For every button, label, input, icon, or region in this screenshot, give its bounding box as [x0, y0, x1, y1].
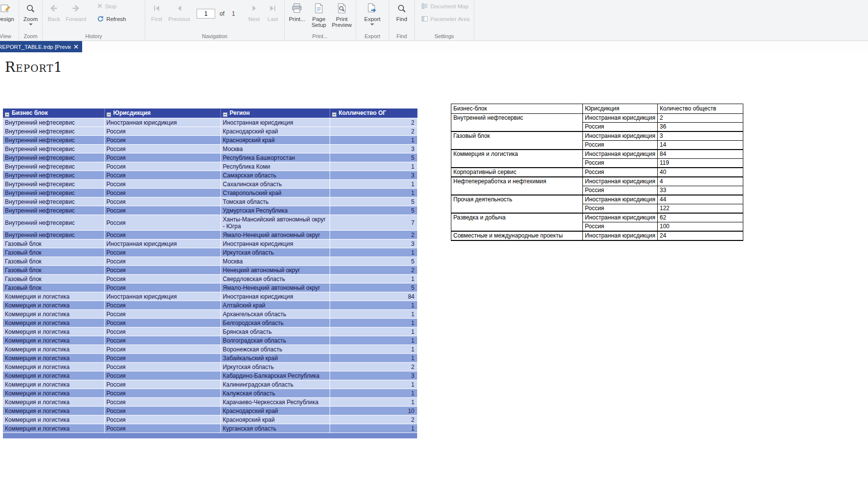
export-button[interactable]: Export: [362, 1, 383, 25]
table-row: Коммерция и логистикаРоссияКалининградск…: [3, 380, 417, 389]
table-row: Коммерция и логистикаИностранная юрисдик…: [451, 150, 743, 159]
page-navigation-box: of 1: [197, 9, 235, 19]
cell-region: Иностранная юрисдикция: [221, 239, 330, 248]
cell-jurisdiction: Россия: [104, 424, 221, 433]
back-button[interactable]: Back: [45, 1, 63, 22]
cell-business-block: Внутренний нефтесервис: [3, 136, 104, 145]
print-preview-button[interactable]: Print Preview: [330, 1, 354, 28]
previous-page-button[interactable]: Previous: [166, 1, 193, 22]
table-header-row: Бизнес-блок Юрисдикция Количество общест…: [451, 104, 743, 114]
cell-business-block: Коммерция и логистика: [3, 354, 104, 363]
first-page-button[interactable]: First: [147, 1, 166, 22]
cell-count: 1: [330, 162, 417, 171]
first-page-icon: [153, 2, 160, 15]
stop-button[interactable]: Stop: [95, 1, 128, 11]
table-row: Коммерция и логистикаРоссияКурганская об…: [3, 424, 417, 433]
cell-jurisdiction: Россия: [583, 222, 658, 232]
collapse-icon[interactable]: [223, 112, 227, 117]
cell-count: 24: [658, 231, 743, 240]
design-button[interactable]: Design: [0, 1, 17, 22]
report-preview-area[interactable]: Report1 Бизнес блок Юрисдикция Регион Ко…: [0, 52, 868, 477]
left-report-table: Бизнес блок Юрисдикция Регион Колличеств…: [3, 108, 418, 439]
cell-business-block: Коммерция и логистика: [3, 407, 104, 415]
cell-region: Республика Коми: [221, 162, 330, 171]
column-header-label: Юрисдикция: [113, 109, 151, 116]
forward-label: Forward: [66, 16, 86, 22]
last-page-button[interactable]: Last: [264, 1, 282, 22]
cell-region: Краснодарский край: [221, 127, 330, 136]
cell-business-block: Коммерция и логистика: [3, 415, 104, 424]
group-label-print: Print...: [287, 33, 354, 41]
page-setup-button[interactable]: Page Setup: [308, 1, 330, 28]
table-row: Газовый блокРоссияМосква5: [3, 257, 417, 266]
table-row: Газовый блокИностранная юрисдикция3: [451, 131, 743, 141]
collapse-icon[interactable]: [5, 112, 9, 117]
tab-report-preview[interactable]: REPORT_TABLE.trdp [Preview]: [0, 41, 82, 52]
table-row: Внутренний нефтесервисРоссияХанты-Мансий…: [3, 215, 417, 231]
cell-count: 1: [330, 354, 417, 363]
cell-jurisdiction: Россия: [104, 327, 221, 336]
cell-business-block: Прочая деятельность: [451, 195, 583, 213]
parameter-area-button[interactable]: Parameter Area: [420, 14, 472, 24]
cell-count: 1: [330, 310, 417, 319]
forward-button[interactable]: Forward: [63, 1, 89, 22]
cell-region: Белгородская область: [221, 319, 330, 327]
group-label-settings: Settings: [417, 33, 472, 41]
collapse-icon[interactable]: [332, 112, 336, 117]
zoom-button[interactable]: Zoom: [21, 1, 40, 25]
cell-count: 2: [330, 266, 417, 275]
design-label: Design: [0, 16, 14, 22]
column-header-label: Бизнес блок: [12, 109, 48, 116]
table-row: Коммерция и логистикаРоссияИркутская обл…: [3, 363, 417, 371]
cell-count: 2: [330, 127, 417, 136]
cell-count: 1: [330, 398, 417, 407]
find-label: Find: [396, 16, 407, 22]
cell-jurisdiction: Иностранная юрисдикция: [104, 292, 221, 301]
cell-jurisdiction: Россия: [104, 310, 221, 319]
cell-jurisdiction: Россия: [104, 301, 221, 310]
cell-count: 2: [330, 363, 417, 371]
design-icon: [0, 2, 11, 15]
cell-jurisdiction: Россия: [583, 168, 658, 177]
cell-region: Ямало-Ненецкий автономный округ: [221, 283, 330, 292]
table-cell: [3, 433, 417, 439]
cell-jurisdiction: Иностранная юрисдикция: [583, 150, 658, 159]
cell-jurisdiction: Россия: [104, 180, 221, 189]
cell-business-block: Внутренний нефтесервис: [3, 231, 104, 239]
cell-jurisdiction: Россия: [104, 189, 221, 197]
cell-region: Иркутская область: [221, 248, 330, 257]
cell-jurisdiction: Иностранная юрисдикция: [583, 231, 658, 240]
cell-jurisdiction: Россия: [104, 371, 221, 380]
cell-business-block: Внутренний нефтесервис: [3, 127, 104, 136]
cell-region: Удмуртская Республика: [221, 206, 330, 215]
print-button[interactable]: Print...: [287, 1, 308, 22]
cell-jurisdiction: Россия: [104, 389, 221, 398]
table-row: Разведка и добычаИностранная юрисдикция6…: [451, 213, 743, 222]
close-icon[interactable]: [74, 44, 78, 49]
cell-count: 5: [330, 197, 417, 206]
cell-jurisdiction: Россия: [104, 415, 221, 424]
cell-region: Карачаево-Черкесская Республика: [221, 398, 330, 407]
table-row: Коммерция и логистикаРоссияАлтайский кра…: [3, 301, 417, 310]
cell-jurisdiction: Россия: [104, 354, 221, 363]
group-label-export: Export: [358, 33, 387, 41]
page-setup-label: Page Setup: [310, 16, 328, 28]
cell-count: 1: [330, 380, 417, 389]
refresh-button[interactable]: Refresh: [95, 14, 128, 24]
table-row: Коммерция и логистикаРоссияКалужская обл…: [3, 389, 417, 398]
cell-jurisdiction: Россия: [104, 145, 221, 153]
table-row: Коммерция и логистикаРоссияКарачаево-Чер…: [3, 398, 417, 407]
table-header-row: Бизнес блок Юрисдикция Регион Колличеств…: [3, 108, 417, 118]
cell-business-block: Коммерция и логистика: [3, 389, 104, 398]
cell-business-block: Внутренний нефтесервис: [3, 189, 104, 197]
table-row: Внутренний нефтесервисИностранная юрисди…: [3, 118, 417, 127]
cell-business-block: Коммерция и логистика: [3, 371, 104, 380]
next-page-button[interactable]: Next: [245, 1, 264, 22]
cell-region: Свердловская область: [221, 275, 330, 283]
page-number-input[interactable]: [197, 9, 215, 19]
cell-count: 122: [658, 204, 743, 214]
document-map-button[interactable]: Document Map: [420, 1, 472, 11]
collapse-icon[interactable]: [107, 112, 111, 117]
find-button[interactable]: Find: [392, 1, 411, 22]
cell-count: 3: [330, 371, 417, 380]
